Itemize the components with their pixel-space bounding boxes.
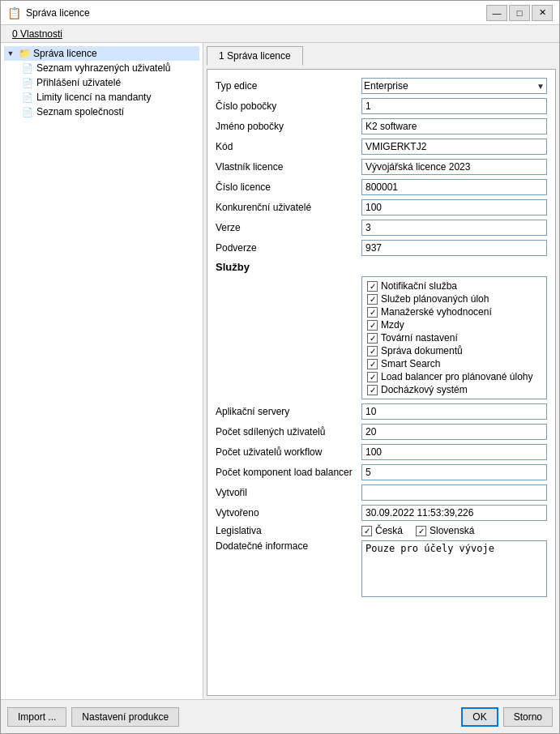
checkbox-tovarni[interactable] <box>367 333 378 344</box>
ok-button[interactable]: OK <box>461 707 498 727</box>
label-vlastnik: Vlastník licence <box>216 161 361 173</box>
checkbox-sprava-dokumentu[interactable] <box>367 346 378 356</box>
checkbox-load-balancer[interactable] <box>367 372 378 382</box>
input-pocet-komponent[interactable] <box>361 464 547 480</box>
services-empty-label <box>216 276 361 399</box>
titlebar-buttons: — □ ✕ <box>486 5 553 21</box>
maximize-button[interactable]: □ <box>509 5 530 21</box>
form-row-konkurencni: Konkurenční uživatelé <box>216 199 547 216</box>
service-dochaz: Docházkový systém <box>367 384 541 395</box>
input-verze[interactable] <box>361 220 547 236</box>
tree-item-label: Seznam společností <box>36 106 124 117</box>
form-row-pocet-komponent: Počet komponent load balancer <box>216 464 547 480</box>
tree-item-sprava-licence[interactable]: ▼ 📁 Správa licence <box>4 46 199 61</box>
form-row-pocet-uzivatelu: Počet uživatelů workflow <box>216 444 547 460</box>
service-label-load: Load balancer pro plánované úlohy <box>381 371 532 382</box>
doc-icon: 📄 <box>22 92 33 103</box>
select-value: Enterprise <box>364 80 408 92</box>
titlebar: 📋 Správa licence — □ ✕ <box>1 1 559 25</box>
service-label-smart: Smart Search <box>381 358 440 369</box>
service-label-tovarni: Tovární nastavení <box>381 332 458 344</box>
form-row-vytvoril: Vytvořil <box>216 484 547 501</box>
window-icon: 📋 <box>7 6 21 19</box>
label-aplikacni: Aplikační servery <box>216 406 361 417</box>
input-vlastnik[interactable] <box>361 159 547 175</box>
tree-children: 📄 Seznam vyhrazených uživatelů 📄 Přihláš… <box>4 61 199 119</box>
right-panel: 1 Správa licence Typ edice Enterprise ▼ … <box>203 43 559 699</box>
label-slovenska: Slovenská <box>430 525 474 536</box>
input-vytvoril[interactable] <box>361 484 547 501</box>
input-jmeno-pobocky[interactable] <box>361 118 547 134</box>
tree-item-seznam-spolecnosti[interactable]: 📄 Seznam společností <box>20 105 199 119</box>
input-pocet-sdilenych[interactable] <box>361 424 547 440</box>
checkbox-smart-search[interactable] <box>367 359 378 369</box>
label-konkurencni: Konkurenční uživatelé <box>216 202 361 213</box>
footer-right: OK Storno <box>461 707 553 727</box>
doc-icon: 📄 <box>22 77 33 88</box>
tab-sprava-licence[interactable]: 1 Správa licence <box>207 46 303 66</box>
label-kod: Kód <box>216 141 361 152</box>
label-dodatecne: Dodatečné informace <box>216 540 361 552</box>
import-button[interactable]: Import ... <box>7 707 66 727</box>
minimize-button[interactable]: — <box>486 5 507 21</box>
form-row-cislo-licence: Číslo licence <box>216 179 547 195</box>
label-jmeno-pobocky: Jméno pobočky <box>216 121 361 132</box>
checkbox-dochaz[interactable] <box>367 385 378 395</box>
close-button[interactable]: ✕ <box>532 5 553 21</box>
input-podverze[interactable] <box>361 240 547 256</box>
input-vytvoreno[interactable] <box>361 505 547 521</box>
checkbox-manazerske[interactable] <box>367 307 378 318</box>
service-smart-search: Smart Search <box>367 358 541 369</box>
main-window: 📋 Správa licence — □ ✕ 0 Vlastnosti ▼ 📁 … <box>0 0 560 734</box>
form-row-aplikacni: Aplikační servery <box>216 403 547 420</box>
tree-item-prihlaseni[interactable]: 📄 Přihlášení uživatelé <box>20 75 199 90</box>
checkbox-slovenska[interactable] <box>416 526 426 536</box>
service-notifikacni: Notifikační služba <box>367 280 541 292</box>
label-legislativa: Legislativa <box>216 525 361 536</box>
input-kod[interactable] <box>361 139 547 155</box>
input-cislo-licence[interactable] <box>361 179 547 195</box>
service-label-notifikacni: Notifikační služba <box>381 280 457 292</box>
tree-root: ▼ 📁 Správa licence 📄 Seznam vyhrazených … <box>4 46 199 119</box>
menubar: 0 Vlastnosti <box>1 25 559 43</box>
label-vytvoril: Vytvořil <box>216 487 361 498</box>
tree-item-limity[interactable]: 📄 Limity licencí na mandanty <box>20 90 199 105</box>
textarea-dodatecne[interactable] <box>361 540 547 597</box>
form-row-podverze: Podverze <box>216 240 547 256</box>
tree-item-label: Seznam vyhrazených uživatelů <box>36 62 170 74</box>
folder-icon: 📁 <box>19 48 30 59</box>
service-tovarni: Tovární nastavení <box>367 332 541 344</box>
storno-button[interactable]: Storno <box>503 707 553 727</box>
service-label-dochaz: Docházkový systém <box>381 384 468 395</box>
form-row-legislativa: Legislativa Česká Slovenská <box>216 525 547 536</box>
input-pocet-uzivatelu[interactable] <box>361 444 547 460</box>
form-row-cislo-pobocky: Číslo pobočky <box>216 98 547 114</box>
tree-root-item: ▼ 📁 Správa licence 📄 Seznam vyhrazených … <box>4 46 199 119</box>
label-pocet-sdilenych: Počet sdílených uživatelů <box>216 426 361 437</box>
input-aplikacni[interactable] <box>361 403 547 420</box>
checkbox-sluzeb-planovanych[interactable] <box>367 294 378 305</box>
service-load-balancer: Load balancer pro plánované úlohy <box>367 371 541 382</box>
checkbox-notifikacni[interactable] <box>367 281 378 292</box>
label-podverze: Podverze <box>216 242 361 254</box>
check-slovenska: Slovenská <box>416 525 474 536</box>
tree-item-label: Správa licence <box>33 48 97 59</box>
label-pocet-komponent: Počet komponent load balancer <box>216 467 361 478</box>
form-row-vytvoreno: Vytvořeno <box>216 505 547 521</box>
checkbox-mzdy[interactable] <box>367 320 378 331</box>
menu-vlastnosti[interactable]: 0 Vlastnosti <box>7 27 67 41</box>
form-row-verze: Verze <box>216 220 547 236</box>
input-cislo-pobocky[interactable] <box>361 98 547 114</box>
nastaveni-produkce-button[interactable]: Nastavení produkce <box>71 707 179 727</box>
checkbox-ceska[interactable] <box>361 526 372 536</box>
section-sluzby: Služby <box>216 261 547 273</box>
doc-icon: 📄 <box>22 106 33 117</box>
form-container: Typ edice Enterprise ▼ Číslo pobočky Jmé… <box>207 69 556 696</box>
select-typ-edice[interactable]: Enterprise ▼ <box>361 78 547 94</box>
dropdown-arrow-icon: ▼ <box>536 82 545 91</box>
tab-label: 1 Správa licence <box>219 50 291 62</box>
form-row-kod: Kód <box>216 139 547 155</box>
tree-item-seznam-vyhrazenych[interactable]: 📄 Seznam vyhrazených uživatelů <box>20 61 199 75</box>
service-sprava-dokumentu: Správa dokumentů <box>367 345 541 356</box>
input-konkurencni[interactable] <box>361 199 547 216</box>
